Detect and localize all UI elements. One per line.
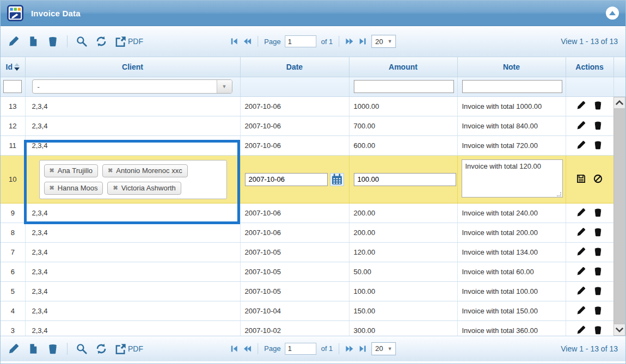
client-filter-value: - <box>33 83 217 91</box>
delete-row-icon[interactable] <box>593 286 603 295</box>
filter-cell-note <box>457 77 566 96</box>
remove-tag-icon[interactable]: ✖ <box>50 184 54 192</box>
edit-row-icon[interactable] <box>576 247 586 256</box>
edit-row-icon[interactable] <box>576 140 586 150</box>
remove-tag-icon[interactable]: ✖ <box>108 167 113 174</box>
export-icon <box>115 343 126 354</box>
cell-date: 2007-10-06 <box>240 136 349 156</box>
refresh-icon[interactable] <box>96 36 107 47</box>
dropdown-arrow-icon[interactable]: ▼ <box>217 80 232 93</box>
client-tag[interactable]: ✖Victoria Ashworth <box>107 182 181 195</box>
delete-row-icon[interactable] <box>593 101 603 110</box>
table-row[interactable]: 6 2,3,4 2007-10-05 50.00 Invoice with to… <box>1 262 613 282</box>
collapse-grid-button[interactable] <box>606 7 619 20</box>
client-tag[interactable]: ✖Antonio Morenoc xxc <box>102 164 188 177</box>
calendar-icon[interactable] <box>330 173 344 186</box>
amount-filter-input[interactable] <box>354 80 454 93</box>
client-filter-select[interactable]: - ▼ <box>32 79 232 94</box>
first-page-icon[interactable] <box>230 344 238 353</box>
table-row[interactable]: 3 2,3,4 2007-10-02 300.00 Invoice with t… <box>1 321 613 336</box>
filter-cell-date <box>240 77 349 96</box>
delete-row-icon[interactable] <box>593 325 603 335</box>
page-size-select[interactable]: 20 ▼ <box>371 342 396 355</box>
id-filter-input[interactable] <box>3 80 22 93</box>
resize-grip-icon[interactable] <box>557 192 561 196</box>
last-page-icon[interactable] <box>358 37 367 46</box>
search-icon[interactable] <box>76 343 87 354</box>
remove-tag-icon[interactable]: ✖ <box>50 167 54 174</box>
cell-amount: 200.00 <box>349 203 457 223</box>
scroll-up-icon[interactable] <box>613 97 625 109</box>
page-of-label: of 1 <box>321 344 333 353</box>
note-filter-input[interactable] <box>462 80 562 93</box>
cell-id: 10 <box>1 156 25 203</box>
cell-client: 2,3,4 <box>25 243 240 262</box>
add-record-icon[interactable] <box>28 343 39 354</box>
edit-record-icon[interactable] <box>8 343 19 354</box>
table-row[interactable]: 7 2,3,4 2007-10-05 120.00 Invoice with t… <box>1 243 613 262</box>
column-header-actions[interactable]: Actions <box>566 57 613 77</box>
refresh-icon[interactable] <box>96 343 107 354</box>
prev-page-icon[interactable] <box>243 344 251 353</box>
edit-row-icon[interactable] <box>576 306 586 315</box>
search-icon[interactable] <box>76 36 87 47</box>
cell-actions <box>566 243 613 262</box>
column-header-client[interactable]: Client <box>25 57 240 77</box>
add-record-icon[interactable] <box>28 36 39 47</box>
remove-tag-icon[interactable]: ✖ <box>113 184 118 192</box>
page-number-input[interactable] <box>285 343 317 355</box>
column-header-id[interactable]: Id <box>1 57 25 77</box>
edit-row-icon[interactable] <box>576 121 586 130</box>
next-page-icon[interactable] <box>345 344 354 353</box>
edit-row-icon[interactable] <box>576 208 586 217</box>
date-edit-input[interactable] <box>245 173 328 186</box>
save-row-icon[interactable] <box>576 174 586 183</box>
last-page-icon[interactable] <box>358 344 367 353</box>
delete-row-icon[interactable] <box>593 306 603 315</box>
cell-client: 2,3,4 <box>25 282 240 301</box>
export-pdf-button[interactable]: PDF <box>115 343 143 354</box>
next-page-icon[interactable] <box>345 37 354 46</box>
vertical-scrollbar[interactable] <box>613 97 625 336</box>
page-number-input[interactable] <box>285 35 317 47</box>
scrollbar-thumb[interactable] <box>613 109 625 324</box>
table-row[interactable]: 8 2,3,4 2007-10-06 200.00 Invoice with t… <box>1 223 613 243</box>
edit-row-icon[interactable] <box>576 325 586 335</box>
note-edit-textarea[interactable]: Invoice with total 120.00 <box>462 159 563 198</box>
scroll-down-icon[interactable] <box>613 324 625 336</box>
page-size-select[interactable]: 20 ▼ <box>371 35 396 48</box>
client-tag[interactable]: ✖Ana Trujillo <box>44 164 99 177</box>
client-multiselect[interactable]: ✖Ana Trujillo✖Antonio Morenoc xxc✖Hanna … <box>39 160 227 199</box>
prev-page-icon[interactable] <box>243 37 251 46</box>
column-header-amount[interactable]: Amount <box>349 57 457 77</box>
delete-record-icon[interactable] <box>47 343 58 354</box>
table-row[interactable]: 11 2,3,4 2007-10-06 600.00 Invoice with … <box>1 136 613 156</box>
delete-row-icon[interactable] <box>593 247 603 256</box>
delete-record-icon[interactable] <box>47 36 58 47</box>
page-label: Page <box>264 38 280 46</box>
client-tag[interactable]: ✖Hanna Moos <box>44 182 103 195</box>
edit-row-icon[interactable] <box>576 286 586 295</box>
delete-row-icon[interactable] <box>593 121 603 130</box>
table-row[interactable]: 9 2,3,4 2007-10-06 200.00 Invoice with t… <box>1 203 613 223</box>
column-header-note[interactable]: Note <box>457 57 566 77</box>
delete-row-icon[interactable] <box>593 227 603 237</box>
column-header-date[interactable]: Date <box>240 57 349 77</box>
table-row[interactable]: 13 2,3,4 2007-10-06 1000.00 Invoice with… <box>1 97 613 116</box>
edit-record-icon[interactable] <box>8 36 19 47</box>
bottom-pager: Page of 1 20 ▼ <box>230 342 396 355</box>
cancel-edit-icon[interactable] <box>593 174 603 183</box>
edit-row-icon[interactable] <box>576 267 586 276</box>
table-row[interactable]: 12 2,3,4 2007-10-06 700.00 Invoice with … <box>1 116 613 136</box>
delete-row-icon[interactable] <box>593 208 603 217</box>
cell-date: 2007-10-05 <box>240 262 349 282</box>
delete-row-icon[interactable] <box>593 267 603 276</box>
table-row[interactable]: 5 2,3,4 2007-10-05 100.00 Invoice with t… <box>1 282 613 301</box>
amount-edit-input[interactable] <box>354 173 456 186</box>
delete-row-icon[interactable] <box>593 140 603 150</box>
edit-row-icon[interactable] <box>576 227 586 237</box>
first-page-icon[interactable] <box>230 37 238 46</box>
export-pdf-button[interactable]: PDF <box>115 36 143 47</box>
table-row[interactable]: 4 2,3,4 2007-10-04 150.00 Invoice with t… <box>1 301 613 321</box>
edit-row-icon[interactable] <box>576 101 586 110</box>
